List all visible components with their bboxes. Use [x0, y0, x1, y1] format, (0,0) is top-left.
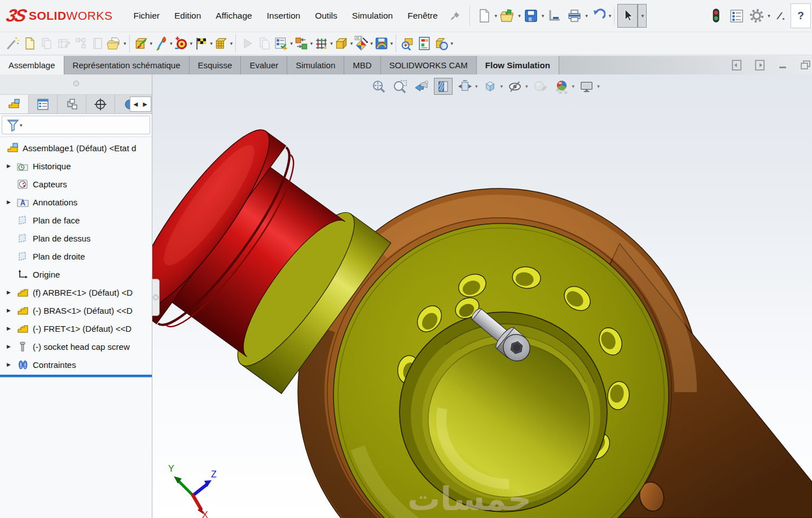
new-project-icon[interactable]	[21, 34, 38, 53]
wizard-icon[interactable]	[5, 34, 21, 53]
tree-item-plan-de-face[interactable]: Plan de face	[0, 211, 152, 229]
file-properties-icon[interactable]	[726, 4, 747, 28]
pin-menu-icon[interactable]	[445, 4, 466, 28]
tree-item-arbre[interactable]: ▶ (f) ARBRE<1> (Défaut) <D	[0, 283, 152, 301]
tab-assemblage[interactable]: Assemblage	[0, 56, 64, 74]
tree-item-plan-de-dessus[interactable]: Plan de dessus	[0, 229, 152, 247]
pane-left-icon[interactable]	[732, 60, 741, 71]
batch-results-icon[interactable]	[256, 34, 273, 53]
mesh-display-icon[interactable]	[313, 34, 330, 53]
panel-edge-splitter[interactable]	[152, 279, 160, 316]
tree-item-bras[interactable]: ▶ (-) BRAS<1> (Défaut) <<D	[0, 301, 152, 319]
notebook-icon[interactable]	[89, 34, 106, 53]
scroll-right-icon[interactable]: ▶	[143, 101, 147, 107]
edge-corner-button[interactable]	[544, 4, 564, 28]
tree-item-annotations[interactable]: ▶ Annotations	[0, 193, 152, 211]
point-parameter-icon[interactable]	[173, 34, 190, 53]
open-button[interactable]	[497, 4, 517, 28]
tree-item-contraintes[interactable]: ▶ Contraintes	[0, 355, 152, 374]
expand-caret-icon[interactable]: ▶	[7, 289, 17, 295]
component-control-icon[interactable]	[72, 34, 89, 53]
goals-flag-icon[interactable]	[192, 34, 209, 53]
annotation-views-caret[interactable]: ▾	[475, 84, 478, 89]
property-manager-tab[interactable]	[29, 95, 58, 113]
edit-appearance-icon[interactable]	[531, 78, 550, 95]
undo-button[interactable]	[588, 4, 608, 28]
flow-trajectories-icon[interactable]	[373, 34, 390, 53]
expand-caret-icon[interactable]: ▶	[7, 344, 17, 349]
apply-scene-icon[interactable]	[552, 78, 571, 95]
menu-edition[interactable]: Edition	[167, 7, 208, 25]
mesh-caret[interactable]: ▾	[230, 41, 233, 46]
apply-scene-caret[interactable]: ▾	[572, 84, 575, 89]
clone-project-icon[interactable]	[38, 34, 55, 53]
filter-caret[interactable]: ▾	[20, 122, 23, 128]
pane-right-icon[interactable]	[755, 60, 765, 71]
boundary-condition-icon[interactable]	[133, 34, 150, 53]
open-results-caret[interactable]: ▾	[124, 41, 126, 46]
view-settings-icon[interactable]	[577, 78, 596, 95]
splitter-knob[interactable]	[153, 295, 159, 300]
hide-show-items-icon[interactable]	[506, 78, 524, 95]
section-view-icon[interactable]	[434, 78, 453, 95]
tab-representation-schematique[interactable]: Représentation schématique	[64, 56, 190, 74]
tab-mbd[interactable]: MBD	[344, 56, 380, 74]
3d-model-scene[interactable]: خمسات Y Z X	[152, 74, 812, 518]
restore-window-icon[interactable]	[801, 60, 811, 71]
tree-item-capteurs[interactable]: Capteurs	[0, 175, 152, 193]
print-button[interactable]	[564, 4, 585, 28]
expand-caret-icon[interactable]: ▶	[7, 308, 17, 313]
rollback-bar[interactable]	[0, 375, 152, 377]
expand-caret-icon[interactable]: ▶	[7, 326, 17, 331]
tab-simulation[interactable]: Simulation	[287, 56, 344, 74]
pen-icon[interactable]	[770, 4, 791, 28]
view-settings-caret[interactable]: ▾	[597, 84, 600, 89]
save-button[interactable]	[521, 4, 541, 28]
expand-caret-icon[interactable]: ▶	[7, 163, 17, 169]
zoom-to-area-icon[interactable]	[391, 78, 410, 95]
load-unload-results-icon[interactable]	[293, 34, 310, 53]
dimxpert-manager-tab[interactable]	[86, 95, 115, 113]
tree-item-socket-head-cap-screw[interactable]: ▶ (-) socket head cap screw	[0, 337, 152, 355]
results-summary-icon[interactable]	[273, 34, 289, 53]
compare-icon[interactable]	[433, 34, 450, 53]
select-caret[interactable]: ▾	[638, 4, 647, 28]
new-document-button[interactable]	[474, 4, 494, 28]
minimize-window-icon[interactable]	[778, 60, 787, 71]
tab-flow-simulation[interactable]: Flow Simulation	[477, 56, 559, 74]
previous-view-icon[interactable]	[412, 78, 431, 95]
expand-caret-icon[interactable]: ▶	[7, 199, 17, 205]
report-icon[interactable]	[416, 34, 433, 53]
help-button[interactable]: ?	[791, 3, 811, 28]
tree-item-fret[interactable]: ▶ (-) FRET<1> (Défaut) <<D	[0, 319, 152, 337]
tree-item-historique[interactable]: ▶ Historique	[0, 157, 152, 175]
tree-filter-bar[interactable]: ▾	[2, 116, 150, 134]
annotation-views-icon[interactable]	[455, 78, 474, 95]
flow-trajectories-caret[interactable]: ▾	[390, 41, 393, 46]
open-results-icon[interactable]	[106, 34, 123, 53]
tab-esquisse[interactable]: Esquisse	[190, 56, 242, 74]
menu-fichier[interactable]: Fichier	[126, 7, 167, 25]
menu-affichage[interactable]: Affichage	[208, 7, 259, 25]
splitter-knob[interactable]	[73, 81, 79, 86]
menu-simulation[interactable]: Simulation	[345, 7, 400, 25]
view-orientation-caret[interactable]: ▾	[501, 84, 503, 89]
probe-icon[interactable]	[399, 34, 416, 53]
configuration-manager-tab[interactable]	[58, 95, 86, 113]
undo-caret[interactable]: ▾	[609, 13, 612, 19]
menu-fenetre[interactable]: Fenêtre	[400, 7, 445, 25]
panel-top-splitter[interactable]	[0, 74, 152, 95]
tree-item-origine[interactable]: Origine	[0, 265, 152, 283]
expand-caret-icon[interactable]: ▶	[7, 362, 17, 367]
edit-definition-icon[interactable]	[55, 34, 72, 53]
heat-source-icon[interactable]	[152, 34, 169, 53]
tree-item-plan-de-droite[interactable]: Plan de droite	[0, 247, 152, 265]
mesh-icon[interactable]	[213, 34, 230, 53]
zoom-to-fit-icon[interactable]	[370, 78, 388, 95]
menu-insertion[interactable]: Insertion	[260, 7, 308, 25]
cut-plot-icon[interactable]	[333, 34, 350, 53]
feature-manager-tab[interactable]	[0, 95, 29, 113]
traffic-light-icon[interactable]	[706, 4, 726, 28]
tab-solidworks-cam[interactable]: SOLIDWORKS CAM	[381, 56, 477, 74]
menu-outils[interactable]: Outils	[308, 7, 345, 25]
